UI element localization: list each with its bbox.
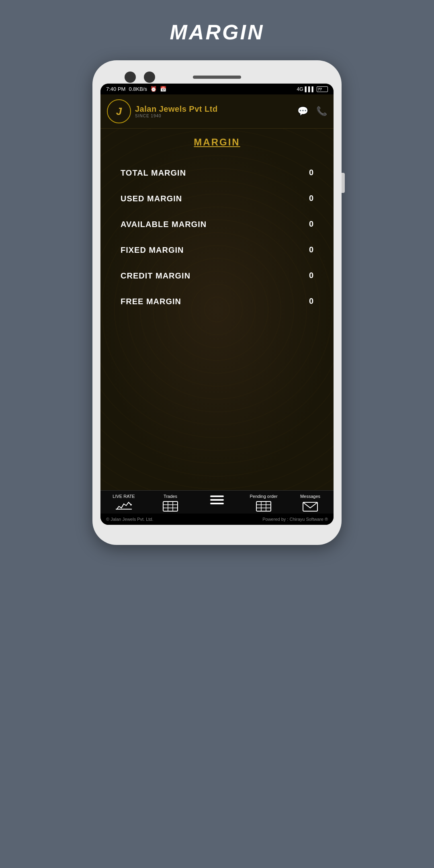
nav-messages[interactable]: Messages xyxy=(294,494,326,512)
battery-icon: 77 xyxy=(317,86,328,92)
margin-row-free: FREE MARGIN 0 xyxy=(113,289,321,314)
grid-icon xyxy=(256,501,272,512)
credit-margin-value: 0 xyxy=(301,271,313,280)
nav-messages-label: Messages xyxy=(300,494,320,499)
status-right: 4G ▌▌▌ 77 xyxy=(297,86,328,92)
camera-right xyxy=(144,72,155,83)
company-name: Jalan Jewels Pvt Ltd xyxy=(135,104,218,114)
main-content: MARGIN TOTAL MARGIN 0 USED MARGIN 0 AVAI… xyxy=(100,129,334,490)
app-footer: © Jalan Jewels Pvt. Ltd. Powered by : Ch… xyxy=(100,514,334,525)
phone-cameras xyxy=(125,72,155,83)
status-left: 7:40 PM 0.8KB/s ⏰ 📅 xyxy=(106,86,166,92)
nav-menu[interactable] xyxy=(201,494,233,504)
side-button xyxy=(342,173,345,193)
nav-live-rate-label: LIVE RATE xyxy=(113,494,135,499)
status-time: 7:40 PM xyxy=(106,86,125,92)
phone-screen: 7:40 PM 0.8KB/s ⏰ 📅 4G ▌▌▌ 77 J Jalan Je xyxy=(100,84,334,525)
footer-right: Powered by : Chirayu Software ® xyxy=(262,517,328,522)
used-margin-label: USED MARGIN xyxy=(121,194,182,203)
hamburger-icon xyxy=(210,494,224,504)
since-text: SINCE 1940 xyxy=(135,114,218,118)
svg-rect-2 xyxy=(163,502,178,511)
credit-margin-label: CREDIT MARGIN xyxy=(121,271,190,280)
camera-left xyxy=(125,72,136,83)
svg-rect-7 xyxy=(256,502,271,511)
svg-rect-0 xyxy=(116,509,132,510)
phone-notch xyxy=(100,72,334,84)
logo-text-area: Jalan Jewels Pvt Ltd SINCE 1940 xyxy=(135,104,218,118)
app-header: J Jalan Jewels Pvt Ltd SINCE 1940 💬 📞 xyxy=(100,94,334,129)
network-icon: 4G xyxy=(297,86,303,92)
status-network: 0.8KB/s xyxy=(129,86,147,92)
header-icons: 💬 📞 xyxy=(297,106,327,117)
phone-speaker xyxy=(193,76,241,79)
section-title: MARGIN xyxy=(113,137,321,148)
nav-trades[interactable]: Trades xyxy=(154,494,186,512)
nav-pending-order[interactable]: Pending order xyxy=(248,494,280,512)
total-margin-value: 0 xyxy=(301,168,313,177)
alarm-icon: ⏰ xyxy=(150,86,157,92)
margin-row-total: TOTAL MARGIN 0 xyxy=(113,160,321,186)
svg-point-1 xyxy=(130,504,132,506)
nav-trades-label: Trades xyxy=(164,494,177,499)
used-margin-value: 0 xyxy=(301,194,313,203)
company-logo: J xyxy=(107,99,131,123)
available-margin-value: 0 xyxy=(301,219,313,229)
trades-icon xyxy=(162,501,178,512)
status-bar: 7:40 PM 0.8KB/s ⏰ 📅 4G ▌▌▌ 77 xyxy=(100,84,334,94)
margin-row-credit: CREDIT MARGIN 0 xyxy=(113,263,321,289)
available-margin-label: AVAILABLE MARGIN xyxy=(121,219,207,229)
nav-pending-label: Pending order xyxy=(250,494,277,499)
fixed-margin-value: 0 xyxy=(301,245,313,254)
total-margin-label: TOTAL MARGIN xyxy=(121,168,186,178)
fixed-margin-label: FIXED MARGIN xyxy=(121,245,184,255)
free-margin-label: FREE MARGIN xyxy=(121,297,181,306)
margin-row-used: USED MARGIN 0 xyxy=(113,186,321,211)
header-logo-area: J Jalan Jewels Pvt Ltd SINCE 1940 xyxy=(107,99,218,123)
free-margin-value: 0 xyxy=(301,297,313,306)
margin-row-available: AVAILABLE MARGIN 0 xyxy=(113,211,321,237)
margin-row-fixed: FIXED MARGIN 0 xyxy=(113,237,321,263)
phone-frame: 7:40 PM 0.8KB/s ⏰ 📅 4G ▌▌▌ 77 J Jalan Je xyxy=(92,60,342,545)
phone-icon[interactable]: 📞 xyxy=(316,106,327,117)
calendar-icon: 📅 xyxy=(160,86,166,92)
footer-left: © Jalan Jewels Pvt. Ltd. xyxy=(106,517,154,522)
whatsapp-icon[interactable]: 💬 xyxy=(297,106,308,117)
envelope-icon xyxy=(302,501,318,512)
chart-icon xyxy=(116,501,132,512)
nav-live-rate[interactable]: LIVE RATE xyxy=(108,494,140,512)
bottom-nav: LIVE RATE Trades xyxy=(100,490,334,514)
signal-icon: ▌▌▌ xyxy=(305,86,315,92)
page-title: MARGIN xyxy=(170,20,264,44)
